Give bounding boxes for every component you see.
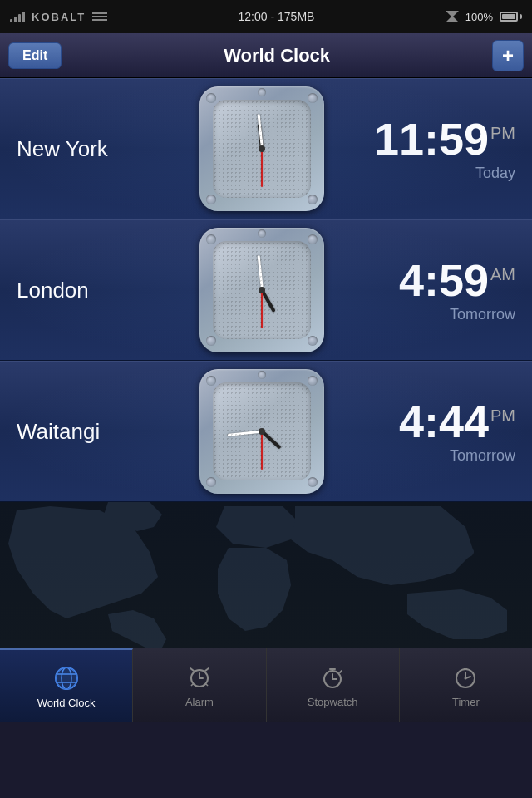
time-day-new-york: Today bbox=[341, 165, 515, 182]
brand-label: KOBALT bbox=[32, 11, 86, 23]
nav-title: World Clock bbox=[224, 45, 330, 66]
download-icon bbox=[446, 11, 459, 22]
tab-bar: World Clock Alarm bbox=[0, 648, 532, 722]
time-main-london: 4:59AM bbox=[341, 258, 515, 303]
status-time: 12:00 bbox=[239, 10, 268, 23]
world-map bbox=[0, 502, 532, 648]
svg-marker-1 bbox=[446, 16, 459, 22]
clock-item-new-york[interactable]: New York 11:59PM bbox=[0, 78, 532, 219]
time-day-london: Tomorrow bbox=[341, 306, 515, 323]
globe-icon bbox=[52, 663, 81, 693]
tab-stopwatch-label: Stopwatch bbox=[308, 696, 358, 708]
svg-point-3 bbox=[424, 563, 457, 574]
city-name-london: London bbox=[17, 278, 183, 303]
stopwatch-icon bbox=[318, 663, 347, 692]
signal-icon bbox=[10, 11, 25, 22]
tab-timer-label: Timer bbox=[452, 696, 480, 708]
city-name-new-york: New York bbox=[17, 136, 183, 162]
analog-clock-waitangi bbox=[200, 369, 324, 494]
alarm-icon bbox=[185, 663, 214, 692]
svg-point-8 bbox=[56, 667, 77, 689]
status-time-memory: 12:00 - 175MB bbox=[239, 10, 315, 23]
svg-line-13 bbox=[205, 668, 209, 671]
tab-alarm[interactable]: Alarm bbox=[133, 648, 266, 722]
status-memory: 175MB bbox=[278, 10, 314, 23]
svg-point-2 bbox=[449, 545, 474, 559]
svg-line-19 bbox=[340, 671, 342, 672]
tab-timer[interactable]: Timer bbox=[400, 648, 532, 722]
tab-stopwatch[interactable]: Stopwatch bbox=[267, 648, 400, 722]
status-separator: - bbox=[270, 10, 278, 23]
status-bar: KOBALT 12:00 - 175MB 100% bbox=[0, 0, 532, 33]
analog-clock-london bbox=[200, 228, 324, 352]
battery-percentage: 100% bbox=[466, 11, 493, 23]
time-display-new-york: 11:59PM Today bbox=[341, 116, 515, 182]
clock-item-london[interactable]: London 4:59AM Tomorrow bbox=[0, 219, 532, 361]
time-main-new-york: 11:59PM bbox=[341, 116, 515, 161]
clock-list: New York 11:59PM bbox=[0, 78, 532, 502]
time-display-waitangi: 4:44PM Tomorrow bbox=[341, 399, 515, 465]
add-button[interactable]: + bbox=[492, 40, 524, 71]
time-day-waitangi: Tomorrow bbox=[341, 447, 515, 465]
svg-line-12 bbox=[190, 668, 194, 671]
tab-world-clock[interactable]: World Clock bbox=[0, 648, 133, 722]
nav-bar: Edit World Clock + bbox=[0, 33, 532, 78]
svg-point-23 bbox=[465, 677, 467, 680]
battery-icon bbox=[500, 12, 522, 22]
edit-button[interactable]: Edit bbox=[8, 42, 62, 69]
time-display-london: 4:59AM Tomorrow bbox=[341, 258, 515, 323]
clock-item-waitangi[interactable]: Waitangi 4:44PM Tomorrow bbox=[0, 361, 532, 502]
city-name-waitangi: Waitangi bbox=[17, 419, 183, 445]
status-left: KOBALT bbox=[10, 11, 107, 23]
timer-icon bbox=[451, 663, 480, 692]
tab-alarm-label: Alarm bbox=[185, 696, 214, 708]
analog-clock-new-york bbox=[200, 86, 324, 211]
tab-world-clock-label: World Clock bbox=[37, 697, 96, 709]
menu-icon bbox=[92, 12, 107, 21]
time-main-waitangi: 4:44PM bbox=[341, 399, 515, 444]
world-map-svg bbox=[0, 502, 532, 648]
status-right: 100% bbox=[446, 11, 522, 23]
